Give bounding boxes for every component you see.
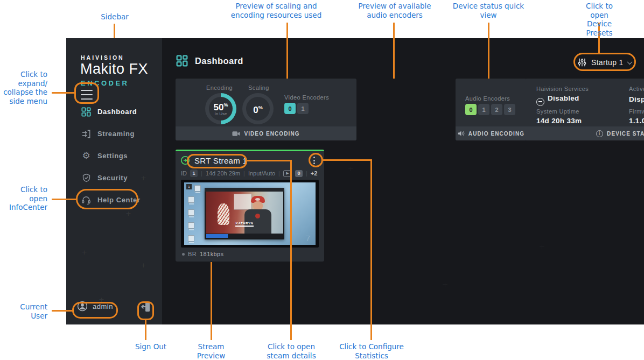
sidebar-item-streaming[interactable]: Streaming: [66, 123, 162, 145]
stream-id-label: ID: [181, 170, 187, 177]
audio-encoder-badge-0[interactable]: 0: [465, 104, 477, 115]
annotation-scaling-encoding: Preview of scaling and encoding resource…: [231, 2, 321, 19]
bitrate-label: BR: [188, 251, 197, 257]
decor-plus: +: [81, 248, 87, 256]
app-window: + + + + + + HAIVISION Makito FX ENCODER: [66, 38, 644, 324]
audio-encoder-badge-2[interactable]: 2: [491, 104, 502, 115]
annotated-screenshot: Sidebar Preview of scaling and encoding …: [0, 0, 644, 360]
desktop-watermark: 7: [306, 234, 310, 243]
audio-encoding-card: Audio Encoders 0 1 2 3 AUDIO ENCODING: [456, 79, 527, 140]
annotation-line-sidebar: [114, 24, 115, 38]
stream-input: Input/Auto: [248, 170, 275, 177]
gear-icon: ⚙: [81, 151, 92, 161]
stream-extra-count: +2: [311, 170, 318, 177]
decor-plus: +: [141, 261, 146, 269]
annotation-line-stream-details-v: [290, 160, 292, 340]
device-status-footer: i DEVICE STATUS: [525, 126, 644, 140]
sign-out-icon: [141, 301, 151, 313]
stream-statistics-menu-button[interactable]: [309, 155, 319, 166]
preview-desktop: 1 7: [184, 182, 316, 245]
menu-toggle-button[interactable]: [79, 88, 95, 102]
annotation-line-statistics-h: [323, 159, 372, 161]
product-name: Makito FX: [80, 61, 148, 77]
active-input-label: Active Input: [629, 86, 644, 92]
annotation-line-scaling-encoding: [286, 23, 288, 79]
avatar-icon: [77, 301, 88, 312]
preview-video-scene: KATHRYN: [206, 192, 283, 234]
annotation-line-expand-menu: [52, 92, 75, 94]
annotation-line-audio: [393, 23, 395, 79]
stream-meta-row: ID 1 | 14d 20h 29m | Input/Auto | ▶ 0 | …: [181, 170, 317, 177]
info-icon: i: [596, 130, 603, 137]
annotation-line-infocenter: [52, 199, 76, 200]
annotation-sign-out: Sign Out: [135, 342, 166, 351]
haivision-services-value: Disabled: [536, 94, 579, 106]
speaker-icon: [458, 130, 465, 137]
desktop-file-icon: [188, 235, 194, 242]
video-encoding-card: Encoding 50% In Use Scaling 0% Video Enc…: [176, 79, 356, 140]
camera-icon: [232, 131, 240, 137]
annotation-expand-menu: Click to expand/ collapse the side menu: [0, 70, 47, 105]
presets-sliders-icon: [577, 58, 587, 67]
audio-encoder-badges: 0 1 2 3: [465, 104, 515, 115]
haivision-services-label: Haivision Services: [536, 86, 589, 92]
sidebar-item-dashboard[interactable]: Dashboard: [66, 101, 162, 123]
sidebar-item-settings[interactable]: ⚙ Settings: [66, 145, 162, 167]
sign-out-button[interactable]: [141, 301, 151, 313]
streaming-icon: [81, 129, 92, 139]
sidebar: + + + + + + HAIVISION Makito FX ENCODER: [66, 38, 162, 324]
annotation-stream-details: Click to open steam details: [267, 342, 316, 360]
annotation-audio-encoders: Preview of available audio encoders: [358, 2, 431, 19]
encoding-in-use-label: In Use: [214, 111, 227, 116]
system-uptime-value: 14d 20h 33m: [536, 117, 582, 125]
annotation-line-device-status: [488, 23, 489, 79]
sidebar-item-security[interactable]: Security: [66, 167, 162, 189]
kebab-icon: [313, 157, 315, 158]
stream-title[interactable]: SRT Stream 1: [194, 156, 247, 165]
sidebar-footer: admin: [66, 301, 162, 318]
sidebar-item-label: Help Center: [97, 196, 141, 204]
decor-plus: +: [539, 243, 545, 251]
page-title: Dashboard: [195, 56, 243, 66]
main-content: + + + + Dashboard: [162, 38, 644, 324]
sidebar-item-help-center[interactable]: Help Center: [66, 189, 162, 211]
desktop-file-icon: [188, 209, 194, 216]
annotation-line-stream-details-h: [247, 160, 292, 161]
page-title-icon: [176, 55, 188, 67]
stream-bitrate-row: BR 181kbps: [182, 251, 223, 257]
encoding-percent-value: 50: [214, 102, 224, 112]
stream-id-badge: 1: [190, 170, 198, 177]
device-presets-button[interactable]: Startup 1: [577, 55, 634, 70]
annotation-configure-statistics: Click to Configure Statistics: [339, 342, 404, 360]
chevron-down-icon: [627, 59, 632, 65]
audio-encoder-badge-1[interactable]: 1: [478, 104, 489, 115]
hamburger-icon: [81, 90, 93, 91]
annotation-infocenter: Click to open InfoCenter: [0, 185, 47, 212]
sidebar-item-label: Security: [97, 174, 128, 182]
current-user-name: admin: [93, 302, 113, 310]
video-encoding-footer: VIDEO ENCODING: [176, 126, 356, 140]
bitrate-dot-icon: [182, 253, 185, 256]
annotation-stream-preview: Stream Preview: [197, 342, 226, 360]
preset-name: Startup 1: [591, 58, 624, 67]
annotation-device-status: Device status quick view: [453, 2, 524, 19]
video-encoder-badge-0[interactable]: 0: [284, 103, 296, 114]
annotation-line-stream-preview: [211, 262, 212, 340]
current-user[interactable]: admin: [77, 301, 113, 312]
annotation-current-user: Current User: [0, 302, 47, 320]
video-encoders-label: Video Encoders: [284, 94, 329, 101]
desktop-file-icon: [188, 222, 194, 229]
active-input-value: DisplayPort: [629, 95, 644, 103]
audio-encoder-badge-3[interactable]: 3: [504, 104, 515, 115]
scaling-percent-value: 0: [253, 104, 258, 115]
sidebar-item-label: Streaming: [97, 130, 135, 138]
stream-status-bar: [176, 150, 324, 151]
encoding-usage-gauge: 50% In Use: [205, 93, 236, 124]
brand-name: HAIVISION: [81, 54, 124, 61]
disabled-icon: [536, 98, 544, 106]
firmware-value: 1.1.0-17: [629, 117, 644, 125]
product-type: ENCODER: [81, 79, 129, 87]
headset-icon: [81, 195, 92, 206]
stream-preview-image[interactable]: 1 7: [181, 180, 319, 248]
video-encoder-badge-1[interactable]: 1: [297, 103, 309, 114]
